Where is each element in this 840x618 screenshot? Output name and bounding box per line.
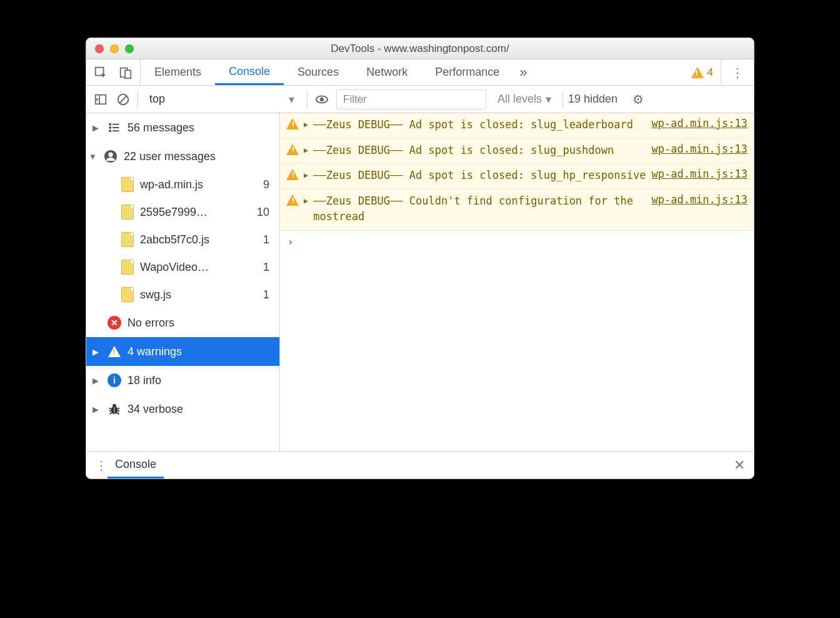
- filter-placeholder: Filter: [343, 93, 367, 106]
- file-row[interactable]: swg.js1: [121, 281, 279, 308]
- expand-arrow-icon: ▶: [92, 123, 101, 133]
- drawer-tab-console[interactable]: Console: [108, 452, 164, 479]
- devtools-window: DevTools - www.washingtonpost.com/ Eleme…: [86, 38, 754, 479]
- message-source-link[interactable]: wp-ad.min.js:13: [651, 117, 748, 133]
- expand-arrow-icon[interactable]: ▶: [304, 196, 308, 225]
- execution-context-select[interactable]: top ▾: [144, 89, 301, 109]
- warning-icon: [286, 144, 299, 159]
- console-sidebar: ▶ 56 messages ▼ 22 user messages wp-ad.m…: [86, 113, 280, 451]
- svg-rect-2: [125, 70, 131, 78]
- settings-menu-button[interactable]: ⋮: [721, 59, 754, 85]
- svg-point-13: [109, 127, 111, 128]
- info-icon: i: [108, 373, 121, 387]
- warning-icon: [286, 169, 299, 184]
- expand-arrow-icon: ▶: [92, 405, 101, 414]
- file-icon: [121, 177, 134, 192]
- expand-arrow-icon[interactable]: ▶: [304, 120, 308, 133]
- console-messages: ▶ ––Zeus DEBUG–– Ad spot is closed: slug…: [280, 113, 754, 451]
- file-row[interactable]: 2595e7999…10: [121, 198, 279, 226]
- main-tabs: Elements Console Sources Network Perform…: [86, 59, 754, 86]
- sidebar-info[interactable]: ▶ i 18 info: [86, 366, 279, 395]
- svg-point-14: [109, 130, 111, 131]
- hidden-count[interactable]: 19 hidden: [562, 91, 622, 108]
- live-expression-icon[interactable]: [314, 91, 330, 108]
- tab-elements[interactable]: Elements: [141, 59, 215, 85]
- drawer-menu-icon[interactable]: ⋮: [95, 458, 108, 473]
- expand-arrow-icon[interactable]: ▶: [304, 171, 308, 184]
- console-prompt[interactable]: ›: [280, 231, 754, 253]
- tab-performance[interactable]: Performance: [421, 59, 513, 85]
- console-settings-icon[interactable]: ⚙: [629, 92, 644, 107]
- user-icon: [104, 149, 118, 163]
- user-messages-files: wp-ad.min.js9 2595e7999…10 2abcb5f7c0.js…: [86, 171, 279, 308]
- user-messages-label: 22 user messages: [124, 150, 216, 163]
- sidebar-warnings[interactable]: ▶ 4 warnings: [86, 337, 279, 366]
- console-message[interactable]: ▶ ––Zeus DEBUG–– Ad spot is closed: slug…: [280, 164, 754, 190]
- collapse-arrow-icon: ▼: [89, 152, 98, 161]
- clear-console-icon[interactable]: [115, 91, 131, 108]
- context-label: top: [149, 93, 165, 106]
- tab-sources[interactable]: Sources: [284, 59, 352, 85]
- svg-line-20: [109, 408, 111, 409]
- chevron-down-icon: ▾: [546, 93, 551, 106]
- file-icon: [121, 260, 134, 275]
- warning-icon: [108, 346, 121, 357]
- window-title: DevTools - www.washingtonpost.com/: [86, 43, 754, 55]
- sidebar-verbose[interactable]: ▶ 34 verbose: [86, 395, 279, 423]
- drawer: ⋮ Console ✕: [86, 451, 754, 479]
- divider: [138, 91, 138, 108]
- file-row[interactable]: 2abcb5f7c0.js1: [121, 226, 279, 253]
- warning-icon: [691, 67, 704, 78]
- levels-label: All levels: [498, 93, 542, 106]
- sidebar-no-errors[interactable]: ✕ No errors: [86, 308, 279, 337]
- file-icon: [121, 287, 134, 302]
- svg-point-16: [108, 153, 112, 157]
- list-icon: [108, 122, 121, 133]
- more-tabs-button[interactable]: »: [513, 59, 533, 85]
- verbose-label: 34 verbose: [128, 403, 183, 416]
- device-toolbar-icon[interactable]: [118, 64, 134, 81]
- expand-arrow-icon: ▶: [92, 347, 101, 357]
- svg-line-24: [110, 413, 112, 415]
- svg-point-19: [112, 404, 116, 408]
- warning-count: 4: [708, 66, 713, 79]
- message-source-link[interactable]: wp-ad.min.js:13: [651, 168, 748, 184]
- warnings-label: 4 warnings: [128, 345, 182, 358]
- file-row[interactable]: wp-ad.min.js9: [121, 171, 279, 198]
- file-row[interactable]: WapoVideo…1: [121, 253, 279, 281]
- svg-line-21: [118, 408, 120, 409]
- inspect-element-icon[interactable]: [92, 64, 109, 81]
- console-content: ▶ 56 messages ▼ 22 user messages wp-ad.m…: [86, 113, 754, 451]
- svg-line-25: [118, 413, 119, 415]
- expand-arrow-icon[interactable]: ▶: [304, 146, 308, 159]
- close-drawer-icon[interactable]: ✕: [734, 457, 745, 474]
- tab-tools: [86, 59, 141, 85]
- chevron-down-icon: ▾: [289, 93, 294, 106]
- sidebar-all-messages[interactable]: ▶ 56 messages: [86, 113, 279, 142]
- bug-icon: [108, 402, 121, 416]
- expand-arrow-icon: ▶: [92, 376, 101, 385]
- titlebar: DevTools - www.washingtonpost.com/: [86, 38, 754, 59]
- log-levels-select[interactable]: All levels ▾: [492, 93, 556, 106]
- console-message[interactable]: ▶ ––Zeus DEBUG–– Ad spot is closed: slug…: [280, 113, 754, 139]
- toggle-sidebar-icon[interactable]: [92, 91, 109, 108]
- warning-icon: [286, 195, 299, 225]
- svg-point-8: [320, 97, 324, 101]
- sidebar-user-messages[interactable]: ▼ 22 user messages: [86, 142, 279, 171]
- message-source-link[interactable]: wp-ad.min.js:13: [651, 193, 748, 225]
- message-text: ––Zeus DEBUG–– Ad spot is closed: slug_p…: [313, 143, 646, 159]
- filter-input[interactable]: Filter: [336, 89, 486, 109]
- warning-icon: [286, 118, 299, 133]
- console-toolbar: top ▾ Filter All levels ▾ 19 hidden ⚙: [86, 86, 754, 113]
- error-icon: ✕: [108, 316, 121, 330]
- tab-console[interactable]: Console: [215, 59, 284, 85]
- message-text: ––Zeus DEBUG–– Ad spot is closed: slug_h…: [313, 168, 646, 184]
- console-message[interactable]: ▶ ––Zeus DEBUG–– Ad spot is closed: slug…: [280, 139, 754, 165]
- console-message[interactable]: ▶ ––Zeus DEBUG–– Couldn't find configura…: [280, 190, 754, 231]
- message-source-link[interactable]: wp-ad.min.js:13: [651, 143, 748, 159]
- file-icon: [121, 205, 134, 220]
- messages-label: 56 messages: [128, 121, 194, 134]
- tab-network[interactable]: Network: [352, 59, 421, 85]
- issues-warning-badge[interactable]: 4: [691, 59, 721, 85]
- svg-line-6: [120, 96, 127, 103]
